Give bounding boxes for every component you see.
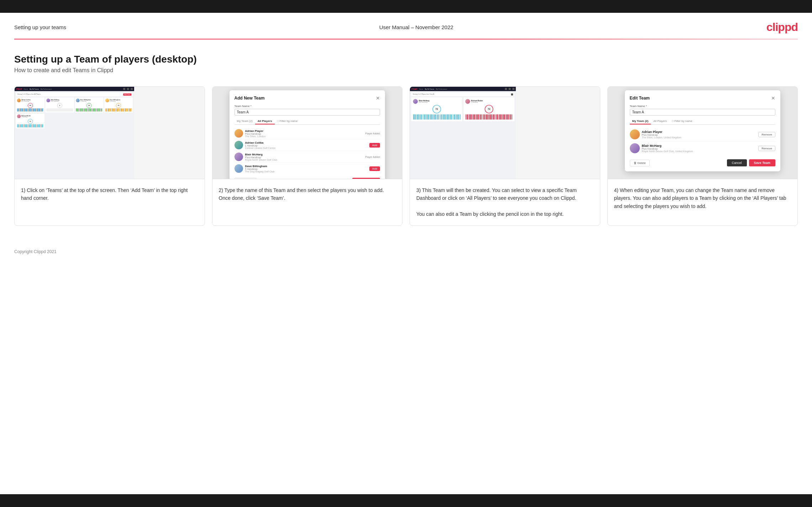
modal-edit-cancel-button[interactable]: Cancel (727, 159, 747, 166)
p3-name: Blair McHarg (245, 153, 363, 156)
edit-p1-sub1: Plus Handicap (642, 134, 756, 136)
ss1-add-team-btn[interactable]: Add Team (123, 94, 131, 96)
edit-p1-sub2: The Shire, London, United Kingdom (642, 136, 756, 139)
bottom-bar (0, 494, 812, 507)
tab-my-team[interactable]: My Team (2) (234, 118, 255, 124)
modal-edit-save-button[interactable]: Save Team (749, 159, 775, 166)
footer: Copyright Clippd 2021 (0, 244, 812, 260)
ss1-nav-perf: My Performance (41, 88, 52, 90)
team-name-input[interactable] (234, 109, 380, 116)
card-2-screenshot: Add New Team ✕ Team Name * My Team (2) A… (212, 87, 402, 179)
edit-p2-name: Blair McHarg (642, 144, 756, 148)
card-1-text: 1) Click on ‘Teams’ at the top of the sc… (15, 179, 205, 225)
p1-status: Player Added (365, 132, 380, 135)
ss1-p4-avatar (105, 98, 109, 102)
modal-edit-field-label: Team Name * (630, 105, 775, 108)
p2-sub2: Central London Golf Centre (245, 147, 367, 149)
card-2-text: 2) Type the name of this Team and then s… (212, 179, 402, 225)
ss3-icon2 (508, 88, 511, 90)
ss1-p5-avatar (17, 114, 21, 118)
edit-tab-all-players[interactable]: All Players (651, 118, 669, 124)
ss1-p1-score: 84 (28, 103, 33, 108)
p4-avatar (234, 164, 243, 173)
header: Setting up your teams User Manual – Nove… (0, 13, 812, 39)
ss3-p2-chart (465, 114, 513, 119)
ss3-pencil-icon[interactable] (511, 94, 513, 96)
edit-tab-my-team[interactable]: My Team (2) (630, 118, 651, 124)
ss1-p2-score: 0 (57, 103, 62, 108)
ss1-p4-score: 78 (116, 103, 121, 108)
main-content: Setting up a Team of players (desktop) H… (0, 39, 812, 244)
ss1-p3-score: 94 (86, 103, 91, 108)
ss1-p5-score: 72 (28, 119, 33, 124)
p4-add-button[interactable]: Add (369, 166, 380, 171)
ss1-logo: clippd (16, 88, 22, 90)
modal-cancel-button[interactable]: Cancel (234, 178, 257, 179)
p1-sub1: Plus Handicap (245, 133, 363, 135)
p2-sub1: 1 Handicap (245, 144, 367, 147)
ss3-nav-perf: My Performance (436, 88, 447, 90)
ss1-p1-chart (17, 108, 44, 112)
ss3-filter-label: Viewing 2 of 2 Players from Team A (413, 94, 434, 96)
ss1-p1-avatar (17, 98, 21, 102)
clippd-logo: clippd (766, 21, 798, 34)
page-subtitle: How to create and edit Teams in Clippd (14, 67, 798, 74)
p2-add-button[interactable]: Add (369, 143, 380, 148)
p2-avatar (234, 141, 243, 149)
ss3-nav-teams: My Rd Teams (425, 88, 434, 90)
p3-sub1: Plus Handicap (245, 156, 363, 159)
card-2: Add New Team ✕ Team Name * My Team (2) A… (212, 86, 403, 226)
ss1-p5-sub: 3 Handicap (21, 117, 31, 118)
tab-all-players[interactable]: All Players (255, 118, 275, 124)
card-3: clippd Home My Rd Teams My Performance V… (410, 86, 600, 226)
p3-avatar (234, 153, 243, 161)
ss1-nav-teams: My Rd Teams (30, 88, 39, 90)
ss3-p1-score: 72 (432, 105, 441, 113)
page-title: Setting up a Team of players (desktop) (14, 54, 798, 65)
edit-p2-sub2: Royal North Devon Golf Club, United King… (642, 150, 756, 153)
card-4: Edit Team ✕ Team Name * My Team (2) All … (607, 86, 798, 226)
ss3-p2-score: 72 (485, 105, 493, 113)
ss3-nav-home: Home (419, 88, 423, 90)
ss1-icon1 (123, 88, 125, 90)
edit-p1-name: Adrian Player (642, 130, 756, 134)
ss1-icon2 (127, 88, 129, 90)
ss1-p2-chart (46, 108, 73, 112)
card-1: clippd Home My Rd Teams My Performance V… (14, 86, 205, 226)
modal-add-close-icon[interactable]: ✕ (376, 95, 380, 101)
modal-add-title: Add New Team (234, 96, 265, 101)
header-section-label: Setting up your teams (14, 24, 66, 30)
ss3-p1-chart (413, 114, 460, 119)
header-manual-title: User Manual – November 2022 (379, 24, 453, 30)
card-4-text: 4) When editing your Team, you can chang… (608, 179, 798, 225)
ss1-filter-label: Viewing 5 of 5 Players from All Players (17, 94, 41, 96)
edit-p1-avatar (630, 129, 640, 139)
edit-p1-remove-button[interactable]: Remove (758, 132, 775, 137)
card-4-screenshot: Edit Team ✕ Team Name * My Team (2) All … (608, 87, 798, 179)
ss1-p2-sub: Plus Handicap (51, 101, 59, 102)
ss3-icon1 (505, 88, 507, 90)
cards-row: clippd Home My Rd Teams My Performance V… (14, 86, 798, 226)
ss1-p5-chart (17, 124, 44, 128)
edit-team-name-input[interactable] (630, 109, 775, 116)
p4-name: Dave Billingham (245, 165, 367, 168)
modal-edit-close-icon[interactable]: ✕ (771, 95, 775, 101)
edit-tab-filter[interactable]: □ Filter by name (669, 118, 695, 124)
ss3-logo: clippd (411, 88, 417, 90)
p1-sub2: The Shire, London (245, 135, 363, 138)
trash-icon: 🗑 (634, 161, 637, 165)
ss1-p4-sub: 5 Handicap (110, 101, 120, 102)
modal-edit-title: Edit Team (630, 96, 650, 101)
p3-status: Player Added (365, 156, 380, 158)
edit-p2-remove-button[interactable]: Remove (758, 146, 775, 151)
ss1-p3-sub: 5 Handicap (80, 101, 91, 102)
modal-delete-button[interactable]: 🗑 Delete (630, 160, 650, 166)
p4-sub1: 5 Handicap (245, 168, 367, 170)
ss1-p4-chart (105, 108, 132, 112)
ss3-p1-avatar (413, 99, 418, 104)
modal-save-button[interactable]: Save Team (352, 178, 380, 179)
modal-add-field-label: Team Name * (234, 105, 380, 108)
p3-sub2: Royal North Devon Golf Club (245, 159, 363, 161)
tab-filter-name[interactable]: □ Filter by name (275, 118, 300, 124)
ss1-nav-home: Home (24, 88, 28, 90)
